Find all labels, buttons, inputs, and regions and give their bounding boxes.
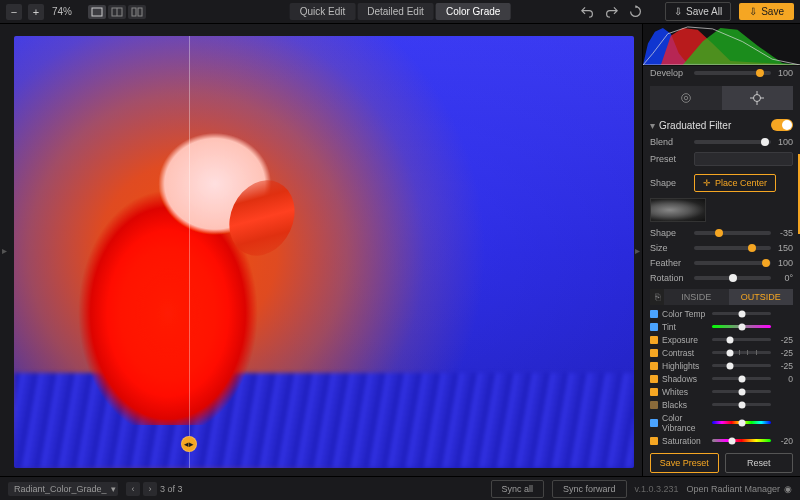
chevron-down-icon: ▾: [650, 120, 655, 131]
adj-slider-exposure[interactable]: [712, 338, 771, 341]
sync-all-button[interactable]: Sync all: [491, 480, 545, 498]
mode-tabs: Quick Edit Detailed Edit Color Grade: [290, 3, 511, 20]
adj-slider-shadows[interactable]: [712, 377, 771, 380]
adj-blacks: Blacks: [643, 398, 800, 411]
preset-dropdown[interactable]: [694, 152, 793, 166]
adj-slider-vibrance[interactable]: [712, 421, 771, 424]
rotation-slider[interactable]: [694, 276, 771, 280]
place-center-button[interactable]: ✛ Place Center: [694, 174, 776, 192]
save-preset-button[interactable]: Save Preset: [650, 453, 719, 473]
svg-rect-4: [138, 8, 142, 16]
adj-slider-contrast[interactable]: [712, 351, 771, 354]
adj-label: Shadows: [662, 374, 708, 384]
next-page-button[interactable]: ›: [143, 482, 157, 496]
open-manager-button[interactable]: Open Radiant Manager ◉: [686, 484, 792, 494]
develop-slider[interactable]: [694, 71, 771, 75]
external-icon: ◉: [784, 484, 792, 494]
undo-button[interactable]: [579, 4, 595, 20]
download-icon: ⇩: [749, 6, 757, 17]
rotation-label: Rotation: [650, 273, 690, 283]
adj-slider-saturation[interactable]: [712, 439, 771, 442]
adj-label: Highlights: [662, 361, 708, 371]
adj-slider-whites[interactable]: [712, 390, 771, 393]
swatch: [650, 375, 658, 383]
crosshair-icon: ✛: [703, 178, 711, 188]
adj-saturation: Saturation-20: [643, 434, 800, 447]
save-all-button[interactable]: ⇩Save All: [665, 2, 731, 21]
view-compare-button[interactable]: [128, 5, 146, 19]
radial-mask-button[interactable]: [650, 86, 722, 110]
adj-shadows: Shadows0: [643, 372, 800, 385]
tab-color-grade[interactable]: Color Grade: [436, 3, 510, 20]
develop-value: 100: [775, 68, 793, 78]
feather-label: Feather: [650, 258, 690, 268]
right-panel: Develop 100 ▾ Graduated Filter Blend 100…: [642, 24, 800, 476]
page-indicator: 3 of 3: [160, 484, 183, 494]
view-split-button[interactable]: [108, 5, 126, 19]
size-label: Size: [650, 243, 690, 253]
adj-highlights: Highlights-25: [643, 359, 800, 372]
sync-forward-button[interactable]: Sync forward: [552, 480, 627, 498]
inside-tab[interactable]: INSIDE: [664, 289, 729, 305]
adj-value: -20: [775, 436, 793, 446]
tab-quick-edit[interactable]: Quick Edit: [290, 3, 356, 20]
shape-label: Shape: [650, 178, 690, 188]
io-lock-button[interactable]: ⎘: [650, 289, 664, 305]
swatch: [650, 310, 658, 318]
adj-value: -25: [775, 335, 793, 345]
adj-label: Color Temp: [662, 309, 708, 319]
canvas-area: ◂▸: [0, 24, 642, 476]
adj-label: Exposure: [662, 335, 708, 345]
adj-slider-tint[interactable]: [712, 325, 771, 328]
reset-icon[interactable]: [627, 4, 643, 20]
adj-whites: Whites: [643, 385, 800, 398]
redo-button[interactable]: [603, 4, 619, 20]
chevron-down-icon: ▾: [111, 484, 116, 494]
filename-dropdown[interactable]: Radiant_Color_Grade_▾: [8, 482, 118, 496]
right-panel-collapse[interactable]: ▸: [635, 245, 640, 256]
swatch: [650, 401, 658, 409]
outside-tab[interactable]: OUTSIDE: [729, 289, 794, 305]
histogram[interactable]: [643, 24, 800, 66]
swatch: [650, 419, 658, 427]
adj-label: Saturation: [662, 436, 708, 446]
swatch: [650, 349, 658, 357]
adj-contrast: Contrast-25: [643, 346, 800, 359]
adj-vibrance: Color Vibrance: [643, 411, 800, 434]
adj-colortemp: Color Temp: [643, 307, 800, 320]
adj-value: -25: [775, 348, 793, 358]
view-single-button[interactable]: [88, 5, 106, 19]
size-slider[interactable]: [694, 246, 771, 250]
topbar: − + 74% Quick Edit Detailed Edit Color G…: [0, 0, 800, 24]
filter-enable-toggle[interactable]: [771, 119, 793, 131]
split-preview-line: [189, 36, 190, 468]
bottombar: Radiant_Color_Grade_▾ ‹ › 3 of 3 Sync al…: [0, 476, 800, 500]
blend-slider[interactable]: [694, 140, 771, 144]
zoom-in-button[interactable]: +: [28, 4, 44, 20]
swatch: [650, 323, 658, 331]
blend-label: Blend: [650, 137, 690, 147]
feather-slider[interactable]: [694, 261, 771, 265]
image-canvas[interactable]: ◂▸: [14, 36, 634, 468]
develop-slider-row: Develop 100: [643, 66, 800, 81]
adj-label: Blacks: [662, 400, 708, 410]
target-mask-button[interactable]: [722, 86, 794, 110]
tab-detailed-edit[interactable]: Detailed Edit: [357, 3, 434, 20]
version-label: v.1.0.3.231: [635, 484, 679, 494]
prev-page-button[interactable]: ‹: [126, 482, 140, 496]
shape-slider[interactable]: [694, 231, 771, 235]
feather-value: 100: [775, 258, 793, 268]
zoom-out-button[interactable]: −: [6, 4, 22, 20]
adj-slider-blacks[interactable]: [712, 403, 771, 406]
reset-button[interactable]: Reset: [725, 453, 794, 473]
adj-exposure: Exposure-25: [643, 333, 800, 346]
zoom-level: 74%: [52, 6, 72, 17]
save-button[interactable]: ⇩Save: [739, 3, 794, 20]
adj-value: 0: [775, 374, 793, 384]
adj-slider-highlights[interactable]: [712, 364, 771, 367]
adj-slider-colortemp[interactable]: [712, 312, 771, 315]
graduated-filter-header[interactable]: ▾ Graduated Filter: [643, 115, 800, 135]
split-handle[interactable]: ◂▸: [181, 436, 197, 452]
shape-preview[interactable]: [650, 198, 706, 222]
swatch: [650, 362, 658, 370]
